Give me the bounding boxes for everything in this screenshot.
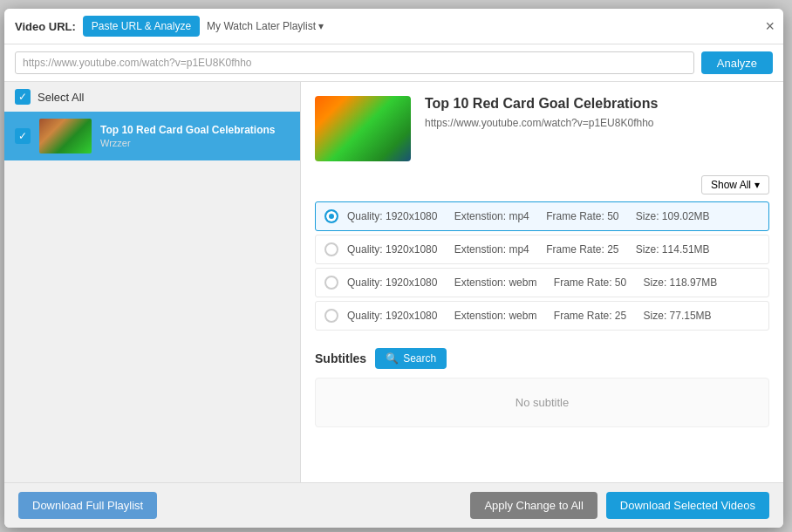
big-thumbnail <box>315 96 411 161</box>
search-icon: 🔍 <box>386 352 399 365</box>
list-item[interactable]: Top 10 Red Card Goal Celebrations Wrzzer <box>4 112 300 160</box>
quality-option[interactable]: Quality: 1920x1080 Extenstion: mp4 Frame… <box>315 201 769 231</box>
video-info: Top 10 Red Card Goal Celebrations Wrzzer <box>100 124 275 148</box>
download-full-playlist-button[interactable]: Download Full Playlist <box>18 492 157 519</box>
watch-later-label: My Watch Later Playlist <box>207 20 316 32</box>
quality-options: Quality: 1920x1080 Extenstion: mp4 Frame… <box>315 201 769 334</box>
video-meta: Top 10 Red Card Goal Celebrations https:… <box>425 96 658 161</box>
subtitles-section: Subtitles 🔍 Search No subtitle <box>315 348 769 427</box>
quality-radio[interactable] <box>324 242 338 256</box>
quality-radio[interactable] <box>324 276 338 290</box>
select-all-row: Select All <box>4 82 300 112</box>
select-all-label: Select All <box>38 91 84 104</box>
quality-detail: Quality: 1920x1080 Extenstion: webm Fram… <box>347 276 760 289</box>
quality-detail: Quality: 1920x1080 Extenstion: webm Fram… <box>347 310 760 322</box>
quality-detail: Quality: 1920x1080 Extenstion: mp4 Frame… <box>347 243 760 256</box>
quality-radio[interactable] <box>324 209 338 223</box>
watch-later-link[interactable]: My Watch Later Playlist ▾ <box>207 20 324 32</box>
video-header: Top 10 Red Card Goal Celebrations https:… <box>315 96 769 161</box>
quality-detail: Quality: 1920x1080 Extenstion: mp4 Frame… <box>347 210 760 222</box>
analyze-button[interactable]: Analyze <box>701 51 773 74</box>
url-input[interactable] <box>15 51 694 74</box>
video-item-title: Top 10 Red Card Goal Celebrations <box>100 124 275 136</box>
apply-change-button[interactable]: Apply Change to All <box>470 492 597 519</box>
video-url-label: Video URL: <box>15 20 76 33</box>
video-main-title: Top 10 Red Card Goal Celebrations <box>425 96 658 112</box>
download-selected-button[interactable]: Download Selected Videos <box>606 492 769 519</box>
quality-radio[interactable] <box>324 309 338 323</box>
main-content: Select All Top 10 Red Card Goal Celebrat… <box>4 82 783 482</box>
right-panel: Top 10 Red Card Goal Celebrations https:… <box>301 82 783 482</box>
left-panel: Select All Top 10 Red Card Goal Celebrat… <box>4 82 301 482</box>
paste-url-button[interactable]: Paste URL & Analyze <box>83 16 200 37</box>
video-checkbox[interactable] <box>15 128 31 144</box>
no-subtitle-text: No subtitle <box>515 396 569 409</box>
video-thumbnail <box>39 119 92 153</box>
chevron-down-icon: ▾ <box>754 179 760 191</box>
search-label: Search <box>403 352 436 365</box>
quality-option[interactable]: Quality: 1920x1080 Extenstion: webm Fram… <box>315 301 769 331</box>
quality-option[interactable]: Quality: 1920x1080 Extenstion: mp4 Frame… <box>315 235 769 264</box>
search-subtitle-button[interactable]: 🔍 Search <box>375 348 447 369</box>
url-row: Analyze <box>4 44 783 82</box>
subtitles-label: Subtitles <box>315 351 366 365</box>
show-all-label: Show All <box>711 179 751 191</box>
quality-option[interactable]: Quality: 1920x1080 Extenstion: webm Fram… <box>315 268 769 297</box>
close-button[interactable]: × <box>765 17 775 36</box>
show-all-button[interactable]: Show All ▾ <box>701 175 769 194</box>
title-bar: Video URL: Paste URL & Analyze My Watch … <box>4 9 783 44</box>
footer: Download Full Playlist Apply Change to A… <box>4 482 783 528</box>
video-item-channel: Wrzzer <box>100 138 275 148</box>
no-subtitle-box: No subtitle <box>315 378 769 427</box>
subtitles-header: Subtitles 🔍 Search <box>315 348 769 369</box>
chevron-down-icon: ▾ <box>318 20 324 32</box>
video-url-text: https://www.youtube.com/watch?v=p1EU8K0f… <box>425 117 658 129</box>
main-dialog: Video URL: Paste URL & Analyze My Watch … <box>4 9 783 528</box>
select-all-checkbox[interactable] <box>15 89 31 105</box>
